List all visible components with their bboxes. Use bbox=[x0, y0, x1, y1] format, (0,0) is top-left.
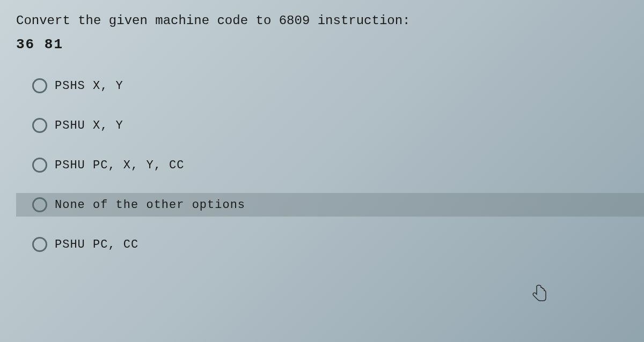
question-prompt: Convert the given machine code to 6809 i… bbox=[16, 11, 628, 31]
radio-button[interactable] bbox=[32, 78, 47, 93]
radio-button[interactable] bbox=[32, 158, 47, 173]
hand-cursor-icon bbox=[532, 285, 547, 304]
option-label: None of the other options bbox=[55, 198, 245, 212]
radio-button[interactable] bbox=[32, 237, 47, 252]
radio-button[interactable] bbox=[32, 118, 47, 133]
option-label: PSHU X, Y bbox=[55, 119, 123, 132]
option-row[interactable]: PSHU X, Y bbox=[32, 114, 628, 137]
option-row[interactable]: PSHU PC, X, Y, CC bbox=[32, 153, 628, 177]
radio-button[interactable] bbox=[32, 197, 47, 212]
option-label: PSHS X, Y bbox=[55, 79, 123, 93]
options-list: PSHS X, Y PSHU X, Y PSHU PC, X, Y, CC No… bbox=[16, 74, 628, 256]
option-label: PSHU PC, CC bbox=[55, 238, 138, 251]
option-row[interactable]: None of the other options bbox=[16, 193, 644, 217]
option-row[interactable]: PSHU PC, CC bbox=[32, 233, 628, 256]
question-code: 36 81 bbox=[16, 36, 628, 53]
option-label: PSHU PC, X, Y, CC bbox=[55, 159, 184, 172]
option-row[interactable]: PSHS X, Y bbox=[32, 74, 628, 98]
